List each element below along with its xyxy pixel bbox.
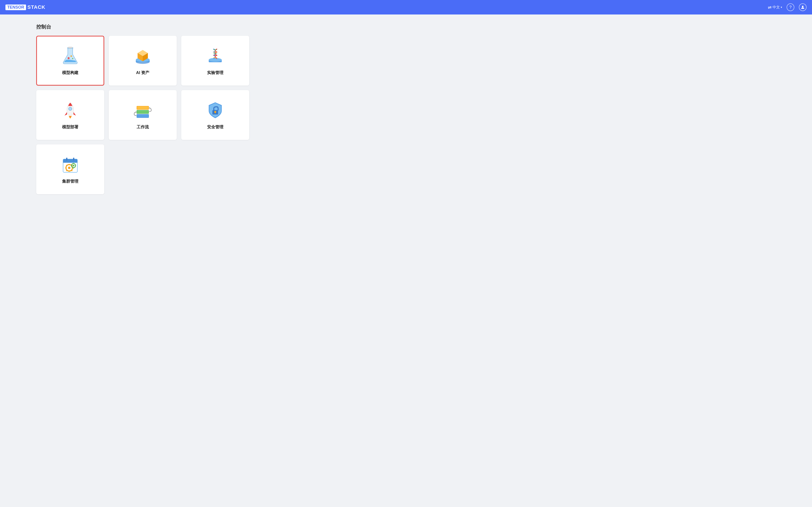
svg-point-39 bbox=[68, 167, 70, 169]
svg-marker-29 bbox=[136, 111, 136, 113]
main-content: 控制台 模型构建 bbox=[0, 14, 812, 203]
module-grid: 模型构建 AI 资产 bbox=[36, 36, 776, 194]
page-title: 控制台 bbox=[36, 23, 776, 30]
svg-rect-32 bbox=[214, 112, 216, 113]
card-experiment[interactable]: 实验管理 bbox=[181, 36, 249, 86]
chevron-down-icon: ▾ bbox=[781, 6, 782, 9]
card-ai-assets[interactable]: AI 资产 bbox=[109, 36, 177, 86]
svg-rect-6 bbox=[68, 47, 72, 48]
card-label-workflow: 工作流 bbox=[137, 124, 149, 130]
svg-rect-27 bbox=[137, 106, 148, 109]
svg-marker-28 bbox=[149, 107, 150, 109]
svg-point-4 bbox=[70, 55, 72, 57]
svg-rect-53 bbox=[75, 165, 76, 166]
lang-selector[interactable]: ⇌ 中文 ▾ bbox=[768, 5, 782, 10]
header: TENSOR STACK ⇌ 中文 ▾ ? bbox=[0, 0, 812, 14]
svg-rect-37 bbox=[73, 158, 74, 161]
card-label-ai-assets: AI 资产 bbox=[136, 70, 149, 75]
card-label-cluster: 集群管理 bbox=[62, 179, 79, 184]
card-security[interactable]: 安全管理 bbox=[181, 90, 249, 140]
svg-rect-41 bbox=[69, 170, 70, 172]
card-model-deploy[interactable]: 模型部署 bbox=[36, 90, 104, 140]
user-button[interactable] bbox=[799, 3, 807, 11]
svg-point-49 bbox=[73, 165, 74, 166]
svg-rect-35 bbox=[63, 161, 78, 163]
svg-point-0 bbox=[802, 6, 804, 7]
cube-platform-icon bbox=[133, 46, 153, 66]
svg-rect-52 bbox=[71, 165, 72, 166]
dna-platform-icon bbox=[205, 46, 225, 66]
svg-rect-40 bbox=[69, 164, 70, 165]
header-right: ⇌ 中文 ▾ ? bbox=[768, 3, 807, 11]
card-label-model-build: 模型构建 bbox=[62, 70, 79, 75]
svg-rect-36 bbox=[66, 158, 67, 161]
card-workflow[interactable]: 工作流 bbox=[109, 90, 177, 140]
card-label-experiment: 实验管理 bbox=[207, 70, 223, 75]
svg-point-21 bbox=[69, 107, 72, 110]
card-label-model-deploy: 模型部署 bbox=[62, 124, 79, 130]
logo-area[interactable]: TENSOR STACK bbox=[5, 4, 45, 10]
svg-rect-25 bbox=[137, 110, 148, 113]
calendar-gear-icon bbox=[60, 155, 81, 175]
card-model-build[interactable]: 模型构建 bbox=[36, 36, 104, 86]
svg-point-15 bbox=[209, 58, 222, 62]
card-cluster[interactable]: 集群管理 bbox=[36, 145, 104, 194]
flask-icon bbox=[60, 46, 81, 66]
svg-point-3 bbox=[67, 57, 69, 59]
shield-lock-icon bbox=[205, 100, 225, 121]
logo-tensor: TENSOR bbox=[5, 5, 26, 10]
translate-icon: ⇌ bbox=[768, 5, 772, 10]
workflow-stack-icon bbox=[133, 100, 153, 121]
help-button[interactable]: ? bbox=[786, 3, 794, 11]
svg-rect-42 bbox=[65, 167, 66, 168]
svg-rect-51 bbox=[73, 168, 74, 169]
card-label-security: 安全管理 bbox=[207, 124, 223, 130]
svg-rect-23 bbox=[137, 115, 148, 117]
lang-label: 中文 bbox=[773, 5, 780, 10]
svg-point-5 bbox=[72, 58, 73, 59]
svg-rect-50 bbox=[73, 163, 74, 164]
logo-stack: STACK bbox=[28, 4, 45, 10]
rocket-icon bbox=[60, 100, 81, 121]
